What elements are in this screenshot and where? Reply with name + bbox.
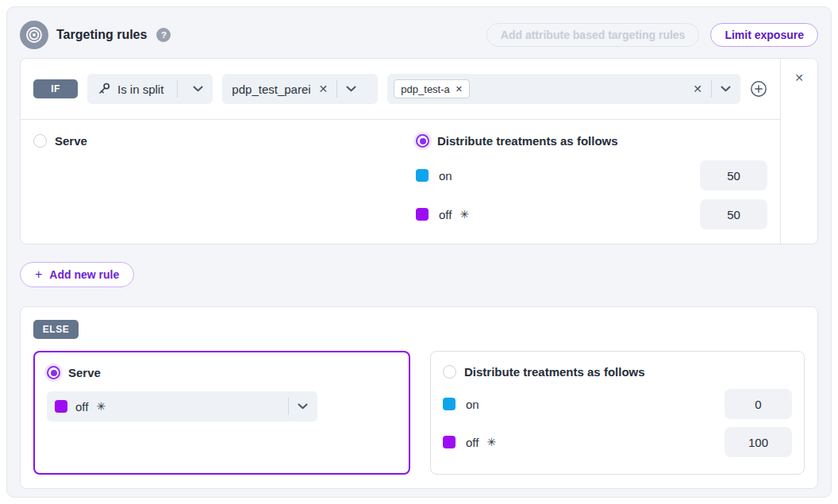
attribute-key-icon (97, 82, 111, 96)
if-badge: IF (33, 79, 78, 98)
chevron-down-icon[interactable] (344, 84, 358, 94)
treatment-color-swatch (443, 436, 456, 448)
selected-treatment-chip: pdp_test-a ✕ (394, 79, 470, 98)
treatment-color-swatch (416, 169, 429, 182)
default-treatment-icon: ✳ (459, 208, 469, 221)
serve-option: Serve (33, 134, 416, 231)
add-new-rule-button[interactable]: + Add new rule (20, 262, 134, 287)
treatment-color-swatch (55, 400, 67, 413)
treatment-percentage-input[interactable] (725, 427, 792, 457)
matcher-label: Is in split (117, 83, 163, 96)
treatment-percentage-input[interactable] (700, 160, 767, 190)
rule-condition-row: IF Is in split (21, 59, 780, 120)
serve-label: Serve (55, 134, 87, 148)
else-serve-label: Serve (68, 366, 101, 379)
treatment-name: on (439, 169, 452, 183)
treatment-percentage-input[interactable] (725, 389, 792, 419)
targeting-rules-icon (20, 21, 48, 49)
treatment-row: on (443, 389, 792, 419)
treatment-percentage-input[interactable] (700, 199, 767, 229)
plus-icon: + (35, 267, 42, 282)
treatment-name: off (466, 436, 479, 449)
else-serve-card[interactable]: Serve off ✳ (33, 351, 410, 475)
help-icon[interactable]: ? (156, 28, 171, 42)
limit-exposure-button[interactable]: Limit exposure (710, 23, 818, 47)
treatment-row: on (416, 160, 767, 190)
distribute-option: Distribute treatments as follows on off … (416, 134, 767, 231)
distribute-radio-row[interactable]: Distribute treatments as follows (416, 134, 767, 148)
else-serve-radio[interactable] (47, 366, 60, 379)
distribute-radio[interactable] (416, 134, 429, 148)
else-serve-radio-row[interactable]: Serve (47, 366, 397, 379)
add-new-rule-label: Add new rule (49, 268, 119, 281)
else-distribute-radio[interactable] (443, 365, 456, 379)
else-serve-treatment-select[interactable]: off ✳ (47, 391, 317, 421)
treatment-row: off ✳ (443, 427, 792, 457)
add-attribute-rules-button[interactable]: Add attribute based targeting rules (486, 23, 700, 47)
treatment-row: off ✳ (416, 199, 767, 229)
treatment-color-swatch (443, 398, 456, 410)
treatment-multiselect[interactable]: pdp_test-a ✕ ✕ (387, 74, 740, 104)
targeting-rule-card: IF Is in split (20, 58, 818, 244)
remove-chip-icon[interactable]: ✕ (456, 85, 463, 94)
treatment-color-swatch (416, 208, 429, 221)
else-distribute-radio-row[interactable]: Distribute treatments as follows (443, 365, 792, 379)
rule-main: IF Is in split (21, 59, 780, 244)
treatment-name: off (75, 400, 88, 414)
panel-header: Targeting rules ? Add attribute based ta… (20, 20, 818, 50)
chip-label: pdp_test-a (401, 83, 449, 95)
chevron-down-icon[interactable] (296, 402, 309, 411)
split-select[interactable]: pdp_test_parei ✕ (222, 74, 378, 104)
rule-serve-section: Serve Distribute treatments as follows o… (21, 120, 780, 244)
header-left: Targeting rules ? (20, 21, 171, 49)
treatment-name: off (439, 208, 452, 221)
else-badge: ELSE (33, 320, 79, 339)
divider (711, 80, 712, 98)
treatment-name: on (466, 398, 479, 411)
divider (288, 398, 289, 415)
serve-radio-row[interactable]: Serve (33, 134, 416, 148)
default-rule-card: ELSE Serve off ✳ (20, 306, 818, 489)
else-options-row: Serve off ✳ Distribute treatments as fol (33, 351, 805, 475)
divider (177, 80, 178, 98)
distribute-label: Distribute treatments as follows (437, 134, 618, 148)
chevron-down-icon[interactable] (191, 84, 205, 94)
divider (336, 80, 337, 98)
targeting-rules-panel: Targeting rules ? Add attribute based ta… (6, 6, 832, 498)
page-title: Targeting rules (56, 28, 147, 42)
else-distribute-card[interactable]: Distribute treatments as follows on off … (430, 351, 805, 475)
matcher-select[interactable]: Is in split (87, 74, 213, 104)
add-condition-icon[interactable] (750, 80, 767, 98)
default-treatment-icon: ✳ (486, 436, 496, 448)
delete-rule-icon[interactable]: ✕ (794, 72, 804, 83)
chevron-down-icon[interactable] (719, 84, 732, 94)
header-actions: Add attribute based targeting rules Limi… (486, 23, 818, 47)
serve-radio[interactable] (33, 134, 47, 148)
rule-side-column: ✕ (780, 59, 817, 244)
split-select-value: pdp_test_parei (232, 83, 310, 96)
else-distribute-label: Distribute treatments as follows (464, 365, 645, 379)
default-treatment-icon: ✳ (96, 400, 106, 413)
clear-all-icon[interactable]: ✕ (691, 82, 704, 96)
clear-split-icon[interactable]: ✕ (317, 82, 330, 96)
